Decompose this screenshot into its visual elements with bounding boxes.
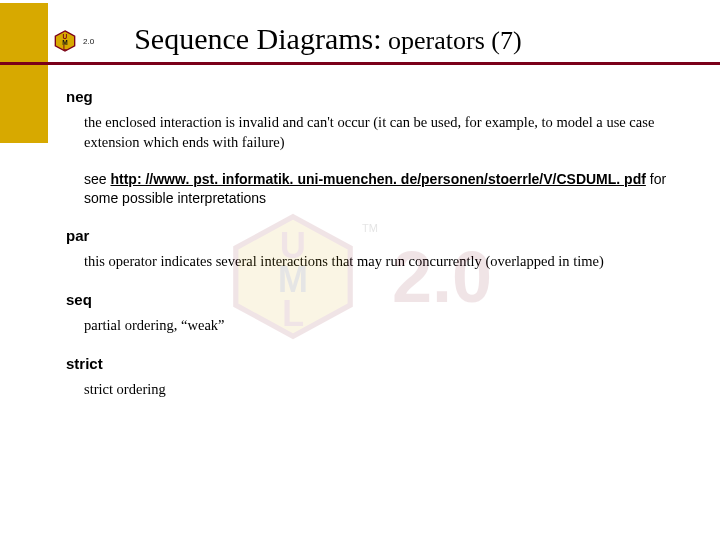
op-par-name: par [66,226,684,246]
slide-header: U M L 2.0 Sequence Diagrams: operators (… [0,0,720,65]
logo-version: 2.0 [83,37,94,46]
header-gold-block [0,3,48,65]
op-strict-desc: strict ordering [84,380,684,400]
op-neg-see: see http: //www. pst. informatik. uni-mu… [84,170,684,208]
op-seq-name: seq [66,290,684,310]
op-seq-desc: partial ordering, “weak” [84,316,684,336]
see-prefix: see [84,171,110,187]
op-strict-name: strict [66,354,684,374]
title-tail: operators (7) [382,26,522,55]
header-logo-chip: U M L 2.0 [54,30,94,52]
uml-logo-icon: U M L [54,30,76,52]
slide-content: neg the enclosed interaction is invalid … [48,65,720,418]
reference-link[interactable]: http: //www. pst. informatik. uni-muench… [110,171,645,187]
page-title: Sequence Diagrams: operators (7) [94,22,720,62]
gold-rail [0,65,48,143]
op-neg-desc: the enclosed interaction is invalid and … [84,113,684,152]
op-par-desc: this operator indicates several interact… [84,252,684,272]
op-neg-name: neg [66,87,684,107]
svg-text:L: L [63,44,67,51]
title-main: Sequence Diagrams: [134,22,381,55]
